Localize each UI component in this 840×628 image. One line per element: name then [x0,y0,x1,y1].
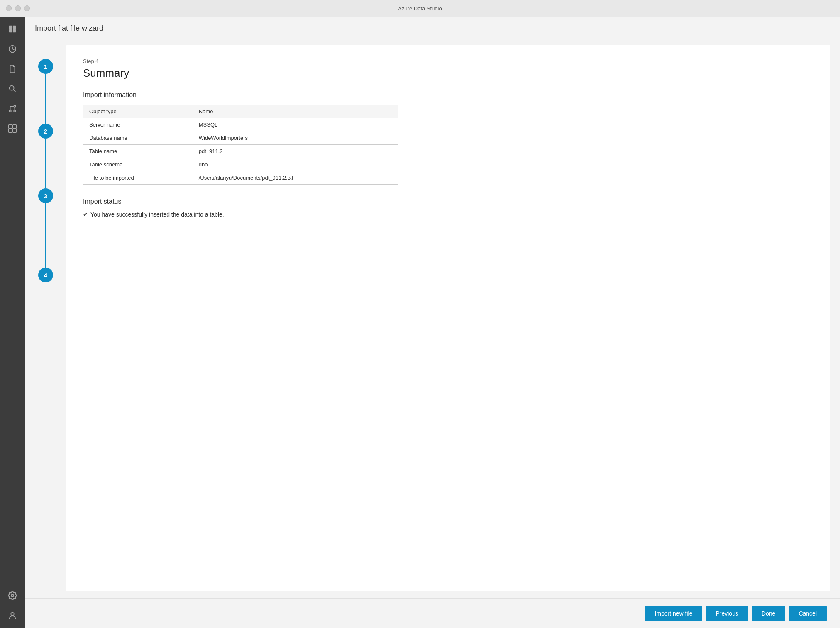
window-title: Azure Data Studio [398,5,442,12]
done-button[interactable]: Done [752,606,785,621]
import-info-table: Object type Name Server nameMSSQLDatabas… [83,105,398,185]
col2-header: Name [193,105,398,118]
titlebar: Azure Data Studio [0,0,840,17]
svg-rect-1 [13,26,16,29]
table-cell-name: dbo [193,158,398,171]
step-label: Step 4 [83,58,813,64]
table-row: Table namepdt_911.2 [83,145,398,158]
previous-button[interactable]: Previous [706,606,748,621]
step-title: Summary [83,67,813,80]
table-row: Table schemadbo [83,158,398,171]
wizard-content: Step 4 Summary Import information Object… [66,45,830,591]
svg-rect-12 [13,125,16,128]
maximize-dot[interactable] [24,5,30,11]
table-cell-name: pdt_911.2 [193,145,398,158]
table-row: Database nameWideWorldImporters [83,131,398,145]
step-4-circle: 4 [38,268,53,282]
sidebar-item-account[interactable] [3,606,22,625]
step-1: 1 [38,59,53,124]
status-message-text: You have successfully inserted the data … [90,211,224,218]
step-line-2-3 [45,139,46,188]
cancel-button[interactable]: Cancel [789,606,827,621]
table-row: File to be imported/Users/alanyu/Documen… [83,171,398,185]
table-cell-object-type: Table name [83,145,193,158]
wizard-header: Import flat file wizard [25,17,840,38]
window-controls [6,5,30,11]
wizard-footer: Import new file Previous Done Cancel [25,598,840,628]
svg-point-16 [11,613,14,616]
step-2-circle: 2 [38,124,53,139]
wizard-header-title: Import flat file wizard [35,24,103,32]
svg-point-7 [9,110,11,112]
import-status-section: Import status ✔ You have successfully in… [83,198,813,218]
minimize-dot[interactable] [15,5,21,11]
sidebar-item-extensions[interactable] [3,119,22,138]
activity-bar [0,17,25,628]
step-4: 4 [38,268,53,282]
table-cell-object-type: Server name [83,118,193,131]
col1-header: Object type [83,105,193,118]
step-1-circle: 1 [38,59,53,74]
sidebar-item-settings[interactable] [3,587,22,605]
step-line-3-4 [45,203,46,268]
steps-container: 1 2 3 [38,59,53,282]
svg-point-15 [11,594,14,597]
svg-point-8 [14,105,16,107]
svg-rect-14 [13,129,16,132]
table-cell-name: /Users/alanyu/Documents/pdt_911.2.txt [193,171,398,185]
import-new-file-button[interactable]: Import new file [645,606,702,621]
svg-line-6 [13,90,15,92]
step-line-1-2 [45,74,46,124]
sidebar-item-search[interactable] [3,80,22,98]
sidebar-item-history[interactable] [3,40,22,58]
step-3-circle: 3 [38,188,53,203]
status-message: ✔ You have successfully inserted the dat… [83,211,813,218]
table-cell-object-type: Database name [83,131,193,145]
checkmark-icon: ✔ [83,211,88,218]
sidebar-item-explorer[interactable] [3,20,22,38]
table-cell-object-type: File to be imported [83,171,193,185]
steps-sidebar: 1 2 3 [25,38,66,598]
svg-rect-13 [9,129,12,132]
import-status-title: Import status [83,198,813,205]
import-information-title: Import information [83,91,813,99]
sidebar-item-file[interactable] [3,60,22,78]
svg-rect-2 [9,29,12,32]
table-cell-name: MSSQL [193,118,398,131]
svg-rect-11 [9,125,12,128]
svg-rect-0 [9,26,12,29]
table-cell-object-type: Table schema [83,158,193,171]
step-2: 2 [38,124,53,188]
table-row: Server nameMSSQL [83,118,398,131]
table-cell-name: WideWorldImporters [193,131,398,145]
close-dot[interactable] [6,5,12,11]
sidebar-item-git[interactable] [3,100,22,118]
sidebar-bottom [3,587,22,625]
svg-point-9 [14,110,16,112]
step-3: 3 [38,188,53,268]
svg-rect-3 [13,29,16,32]
